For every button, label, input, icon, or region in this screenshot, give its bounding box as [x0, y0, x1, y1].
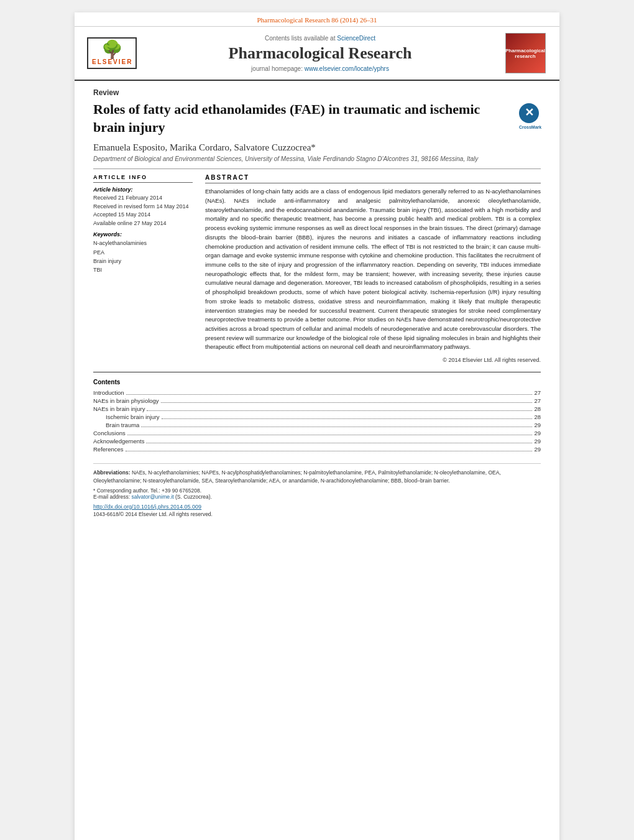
header-divider — [93, 168, 541, 169]
article-type-label: Review — [93, 88, 541, 97]
keywords-title: Keywords: — [93, 231, 193, 238]
authors-line: Emanuela Esposito, Marika Cordaro, Salva… — [93, 142, 541, 153]
toc-page-naes-physiology: 27 — [534, 397, 541, 404]
issn-line: 1043-6618/© 2014 Elsevier Ltd. All right… — [93, 511, 541, 517]
toc-item-naes-injury: NAEs in brain injury 28 — [93, 405, 541, 413]
crossmark-badge: ✕ CrossMark — [519, 103, 541, 130]
elsevier-logo: 🌳 ELSEVIER — [87, 37, 137, 69]
article-info-title: ARTICLE INFO — [93, 174, 193, 183]
journal-name: Pharmacological Research — [137, 44, 503, 63]
crossmark-circle: ✕ — [519, 103, 539, 123]
article-title-block: Roles of fatty acid ethanolamides (FAE) … — [93, 101, 541, 136]
contents-section: Contents Introduction 27 NAEs in brain p… — [93, 379, 541, 453]
corresponding-author-line: * Corresponding author. Tel.: +39 90 676… — [93, 487, 541, 494]
doi-link[interactable]: http://dx.doi.org/10.1016/j.phrs.2014.05… — [93, 504, 201, 510]
toc-dots-3 — [147, 410, 532, 411]
toc-page-introduction: 27 — [534, 389, 541, 396]
affiliation-text: Department of Biological and Environment… — [93, 155, 541, 162]
toc-label-references: References — [93, 446, 124, 453]
article-history-title: Article history: — [93, 187, 193, 193]
journal-page: Pharmacological Research 86 (2014) 26–31… — [75, 12, 559, 840]
available-online-date: Available online 27 May 2014 — [93, 219, 193, 228]
toc-page-brain-trauma: 29 — [534, 422, 541, 428]
toc-label-naes-physiology: NAEs in brain physiology — [93, 397, 159, 404]
received-date: Received 21 February 2014 — [93, 194, 193, 203]
toc-label-ischemic: Ischemic brain injury — [106, 413, 160, 420]
abbreviations-content: NAEs, N-acylethanolaminies; NAPEs, N-acy… — [93, 469, 501, 484]
toc-dots-7 — [146, 443, 532, 443]
toc-page-ischemic: 28 — [534, 413, 541, 420]
toc-page-references: 29 — [534, 446, 541, 453]
toc-list: Introduction 27 NAEs in brain physiology… — [93, 389, 541, 453]
toc-dots-8 — [126, 451, 533, 451]
journal-logo-right: Pharmacological research — [503, 33, 547, 73]
keyword-1: N-acylethanolaminies — [93, 239, 193, 247]
copyright-line: © 2014 Elsevier Ltd. All rights reserved… — [205, 357, 541, 363]
pharm-logo-text: Pharmacological research — [505, 48, 545, 59]
doi-line: http://dx.doi.org/10.1016/j.phrs.2014.05… — [93, 504, 541, 510]
email-label: E-mail address: — [93, 494, 130, 500]
toc-item-acknowledgements: Acknowledgements 29 — [93, 438, 541, 445]
crossmark-label: CrossMark — [519, 124, 541, 130]
toc-page-acknowledgements: 29 — [534, 438, 541, 445]
abbreviations-label: Abbreviations: — [93, 469, 131, 476]
elsevier-tree-icon: 🌳 — [92, 41, 132, 58]
toc-page-naes-injury: 28 — [534, 405, 541, 412]
article-main-columns: ARTICLE INFO Article history: Received 2… — [93, 174, 541, 363]
keyword-2: PEA — [93, 248, 193, 257]
toc-item-ischemic: Ischemic brain injury 28 — [93, 413, 541, 421]
sciencedirect-link[interactable]: ScienceDirect — [337, 35, 375, 42]
toc-dots-2 — [161, 402, 533, 403]
section-divider — [93, 372, 541, 372]
journal-center: Contents lists available at ScienceDirec… — [137, 35, 503, 72]
journal-homepage: journal homepage: www.elsevier.com/locat… — [137, 65, 503, 72]
email-line: E-mail address: salvator@unime.it (S. Cu… — [93, 494, 541, 500]
abstract-text: Ethanolamides of long-chain fatty acids … — [205, 187, 541, 352]
contents-available-text: Contents lists available at — [265, 35, 335, 42]
toc-dots-1 — [126, 394, 533, 395]
footnotes-section: Abbreviations: NAEs, N-acylethanolaminie… — [93, 463, 541, 517]
toc-dots-4 — [162, 418, 533, 419]
toc-item-conclusions: Conclusions 29 — [93, 430, 541, 437]
keyword-3: Brain injury — [93, 257, 193, 265]
toc-label-brain-trauma: Brain trauma — [106, 422, 139, 428]
journal-header: 🌳 ELSEVIER Contents lists available at S… — [75, 27, 559, 81]
toc-dots-5 — [141, 427, 532, 427]
elsevier-logo-box: 🌳 ELSEVIER — [87, 37, 137, 69]
citation-text: Pharmacological Research 86 (2014) 26–31 — [257, 16, 377, 24]
toc-item-brain-trauma: Brain trauma 29 — [93, 422, 541, 429]
abstract-column: ABSTRACT Ethanolamides of long-chain fat… — [205, 174, 541, 363]
toc-label-introduction: Introduction — [93, 389, 124, 396]
article-title-text: Roles of fatty acid ethanolamides (FAE) … — [93, 101, 519, 136]
abstract-title: ABSTRACT — [205, 174, 541, 183]
toc-item-naes-physiology: NAEs in brain physiology 27 — [93, 397, 541, 405]
email-suffix: (S. Cuzzocrea). — [175, 494, 212, 500]
elsevier-label: ELSEVIER — [92, 58, 132, 65]
journal-citation: Pharmacological Research 86 (2014) 26–31 — [75, 12, 559, 27]
corresponding-label: * Corresponding author. Tel.: +39 90 676… — [93, 487, 201, 494]
keyword-4: TBI — [93, 265, 193, 274]
homepage-link[interactable]: www.elsevier.com/locate/yphrs — [305, 65, 389, 72]
accepted-date: Accepted 15 May 2014 — [93, 211, 193, 219]
toc-dots-6 — [127, 435, 533, 435]
article-info-column: ARTICLE INFO Article history: Received 2… — [93, 174, 193, 363]
received-revised-date: Received in revised form 14 May 2014 — [93, 203, 193, 211]
toc-page-conclusions: 29 — [534, 430, 541, 436]
toc-label-naes-injury: NAEs in brain injury — [93, 405, 145, 412]
email-address[interactable]: salvator@unime.it — [131, 494, 173, 500]
contents-title: Contents — [93, 379, 541, 385]
toc-item-references: References 29 — [93, 446, 541, 453]
pharmacological-research-logo: Pharmacological research — [505, 33, 546, 73]
toc-item-introduction: Introduction 27 — [93, 389, 541, 397]
toc-label-acknowledgements: Acknowledgements — [93, 438, 144, 445]
homepage-label: journal homepage: — [251, 65, 303, 72]
abbreviations-text: Abbreviations: NAEs, N-acylethanolaminie… — [93, 469, 541, 485]
article-body: Review Roles of fatty acid ethanolamides… — [75, 81, 559, 530]
sciencedirect-line: Contents lists available at ScienceDirec… — [137, 35, 503, 42]
toc-label-conclusions: Conclusions — [93, 430, 126, 436]
keywords-list: N-acylethanolaminies PEA Brain injury TB… — [93, 239, 193, 275]
